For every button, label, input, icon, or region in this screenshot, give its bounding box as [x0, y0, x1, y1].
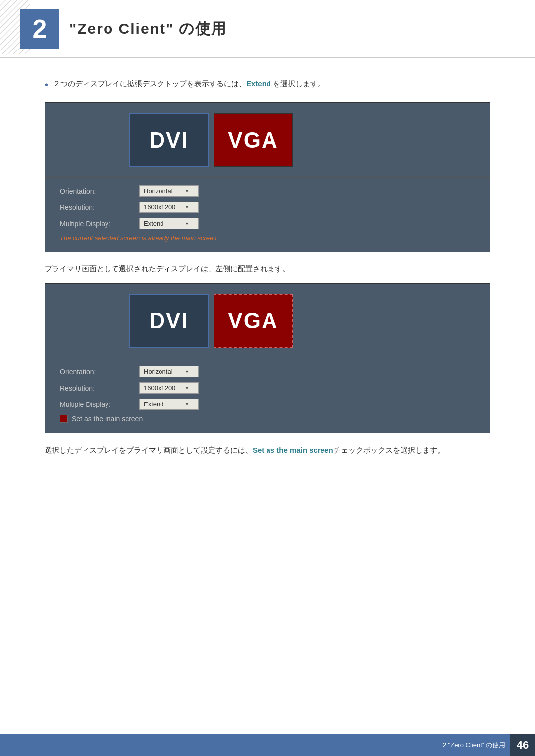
page-footer: 2 "Zero Client" の使用 46 — [0, 734, 535, 756]
vga-screen-1: VGA — [214, 113, 293, 167]
orientation-row-1: Orientation: Horizontal ▾ — [60, 185, 475, 197]
resolution-control-1[interactable]: 1600x1200 ▾ — [139, 202, 199, 213]
resolution-control-2[interactable]: 1600x1200 ▾ — [139, 382, 199, 394]
vga-screen-2: VGA — [214, 294, 293, 348]
page-number-box: 46 — [510, 734, 535, 756]
bullet-dot-1: • — [45, 77, 48, 93]
orientation-arrow-2: ▾ — [186, 369, 188, 374]
checkbox-indicator — [60, 415, 68, 423]
multiple-display-row-2: Multiple Display: Extend ▾ — [60, 399, 475, 410]
chapter-number-box: 2 — [20, 9, 59, 49]
resolution-arrow-2: ▾ — [186, 385, 188, 391]
multiple-display-row-1: Multiple Display: Extend ▾ — [60, 218, 475, 229]
settings-area-2: Orientation: Horizontal ▾ Resolution: 16… — [45, 358, 490, 433]
orientation-row-2: Orientation: Horizontal ▾ — [60, 366, 475, 377]
checkbox-label: Set as the main screen — [72, 415, 143, 423]
multiple-display-arrow-2: ▾ — [186, 402, 188, 407]
display-screens-1: DVI VGA — [45, 103, 490, 177]
status-text-1: The current selected screen is already t… — [60, 234, 475, 242]
chapter-title: "Zero Client" の使用 — [69, 19, 227, 39]
paragraph-1: プライマリ画面として選択されたディスプレイは、左側に配置されます。 — [45, 262, 490, 275]
display-panel-2: DVI VGA Orientation: Horizontal ▾ Resolu… — [45, 283, 490, 433]
chapter-header: 2 "Zero Client" の使用 — [0, 0, 535, 58]
dvi-screen-1: DVI — [129, 113, 209, 167]
resolution-row-2: Resolution: 1600x1200 ▾ — [60, 382, 475, 394]
resolution-row-1: Resolution: 1600x1200 ▾ — [60, 202, 475, 213]
display-panel-1: DVI VGA Orientation: Horizontal ▾ Resolu… — [45, 102, 490, 252]
dvi-screen-2: DVI — [129, 294, 209, 348]
checkbox-row[interactable]: Set as the main screen — [60, 415, 475, 423]
orientation-control-2[interactable]: Horizontal ▾ — [139, 366, 199, 377]
bullet-text-1: ２つのディスプレイに拡張デスクトップを表示するには、Extend を選択します。 — [53, 78, 325, 90]
resolution-arrow-1: ▾ — [186, 204, 188, 210]
footer-text: 2 "Zero Client" の使用 — [443, 741, 505, 750]
multiple-display-control-1[interactable]: Extend ▾ — [139, 218, 199, 229]
page-number: 46 — [517, 739, 529, 752]
orientation-arrow-1: ▾ — [186, 188, 188, 194]
multiple-display-control-2[interactable]: Extend ▾ — [139, 399, 199, 410]
content-area: • ２つのディスプレイに拡張デスクトップを表示するには、Extend を選択しま… — [0, 58, 535, 494]
bullet-item-1: • ２つのディスプレイに拡張デスクトップを表示するには、Extend を選択しま… — [45, 78, 490, 93]
settings-area-1: Orientation: Horizontal ▾ Resolution: 16… — [45, 177, 490, 252]
multiple-display-arrow-1: ▾ — [186, 221, 188, 226]
orientation-control-1[interactable]: Horizontal ▾ — [139, 185, 199, 197]
paragraph-2: 選択したディスプレイをプライマリ画面として設定するには、Set as the m… — [45, 443, 490, 456]
display-screens-2: DVI VGA — [45, 284, 490, 358]
chapter-number: 2 — [33, 14, 47, 44]
